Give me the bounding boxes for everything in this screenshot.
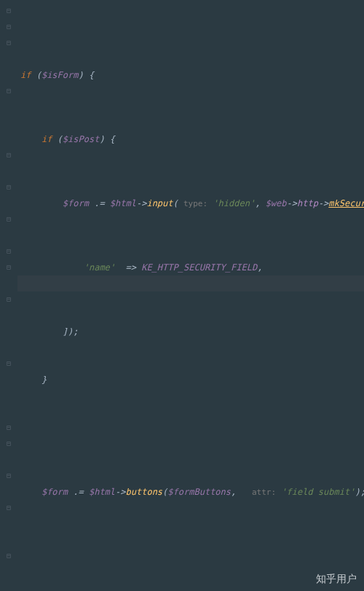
fold-icon[interactable]: ⊟	[0, 291, 17, 308]
fold-icon[interactable]: ⊟	[0, 83, 17, 99]
fold-icon[interactable]: ⊟	[0, 436, 17, 452]
fold-icon[interactable]: ⊟	[0, 356, 17, 372]
fold-icon[interactable]: ⊟	[0, 243, 17, 259]
fold-icon[interactable]: ⊟	[0, 211, 17, 227]
fold-icon[interactable]: ⊟	[0, 19, 17, 35]
fold-icon[interactable]: ⊟	[0, 179, 17, 195]
watermark: 知乎用户	[316, 571, 357, 587]
code-line[interactable]: if ($isForm) {	[20, 67, 364, 83]
code-line[interactable]: ]);	[20, 324, 364, 340]
code-area[interactable]: if ($isForm) { if ($isPost) { $form .= $…	[17, 0, 364, 591]
fold-icon[interactable]: ⊟	[0, 35, 17, 51]
fold-icon[interactable]: ⊟	[0, 3, 17, 19]
code-line[interactable]: }	[20, 372, 364, 388]
code-line[interactable]: $form .= $html->buttons($formButtons, at…	[20, 484, 364, 500]
fold-icon[interactable]: ⊟	[0, 468, 17, 484]
code-line[interactable]: 'name' => KE_HTTP_SECURITY_FIELD,	[20, 259, 364, 275]
fold-icon[interactable]: ⊟	[0, 147, 17, 163]
fold-icon[interactable]: ⊟	[0, 259, 17, 275]
code-editor[interactable]: ⊟ ⊟ ⊟ ⊟ ⊟ ⊟ ⊟ ⊟ ⊟ ⊟ ⊟ ⊟ ⊟ ⊟ ⊟ ⊟ if ($isF…	[0, 0, 364, 591]
fold-icon[interactable]: ⊟	[0, 500, 17, 516]
fold-icon[interactable]: ⊟	[0, 420, 17, 436]
code-line[interactable]: $form .= $html->input( type: 'hidden', $…	[20, 195, 364, 211]
gutter: ⊟ ⊟ ⊟ ⊟ ⊟ ⊟ ⊟ ⊟ ⊟ ⊟ ⊟ ⊟ ⊟ ⊟ ⊟ ⊟	[0, 0, 17, 591]
code-line[interactable]: if ($isPost) {	[20, 131, 364, 147]
fold-icon[interactable]: ⊟	[0, 548, 17, 564]
code-line[interactable]	[20, 420, 364, 436]
